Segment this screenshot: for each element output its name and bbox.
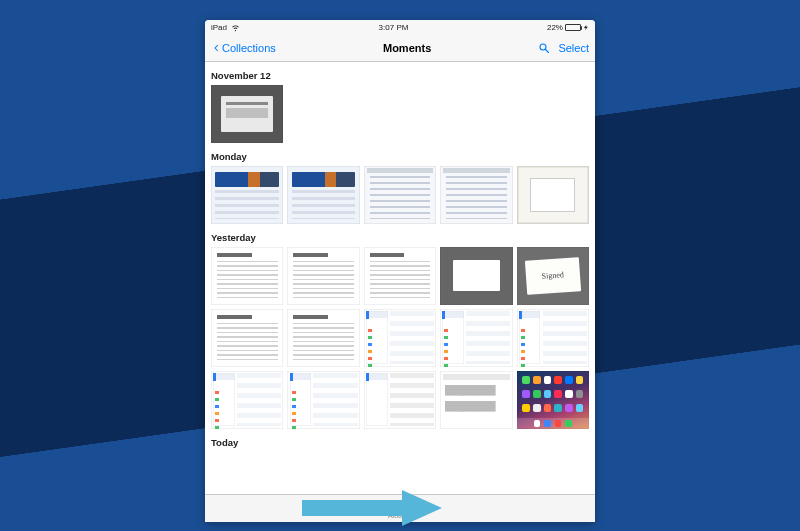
battery-indicator: 22% <box>547 23 589 32</box>
tab-bar: Photos Albums Shared <box>205 494 595 522</box>
tab-albums[interactable]: Albums <box>388 499 411 519</box>
photo-thumb[interactable] <box>287 371 359 429</box>
moments-scroll[interactable]: November 12 Monday Yesterday Signed <box>205 62 595 494</box>
photo-thumb[interactable] <box>211 85 283 143</box>
photo-thumb[interactable] <box>211 166 283 224</box>
photo-thumb[interactable] <box>517 166 589 224</box>
photo-thumb[interactable] <box>211 309 283 367</box>
section-header[interactable]: Monday <box>211 151 589 162</box>
photo-thumb[interactable] <box>517 309 589 367</box>
photo-thumb[interactable] <box>364 371 436 429</box>
photo-thumb[interactable] <box>440 309 512 367</box>
charging-icon <box>583 24 589 31</box>
select-button[interactable]: Select <box>558 42 589 54</box>
wifi-icon <box>231 23 240 32</box>
page-title: Moments <box>383 42 431 54</box>
photo-thumb[interactable] <box>287 166 359 224</box>
svg-line-1 <box>546 49 549 52</box>
nav-bar: Collections Moments Select <box>205 34 595 62</box>
photo-thumb[interactable] <box>440 247 512 305</box>
battery-percent: 22% <box>547 23 563 32</box>
svg-point-0 <box>540 44 546 50</box>
photo-thumb[interactable] <box>364 247 436 305</box>
photo-thumb[interactable] <box>517 371 589 429</box>
tab-label: Albums <box>388 512 411 519</box>
chevron-left-icon <box>211 42 221 54</box>
photo-thumb[interactable] <box>440 371 512 429</box>
status-bar: iPad 3:07 PM 22% <box>205 20 595 34</box>
photo-thumb[interactable] <box>287 309 359 367</box>
photo-thumb[interactable] <box>287 247 359 305</box>
ipad-frame: iPad 3:07 PM 22% <box>205 20 595 522</box>
moment-grid <box>211 166 589 224</box>
section-header[interactable]: Yesterday <box>211 232 589 243</box>
back-label: Collections <box>222 42 276 54</box>
search-button[interactable] <box>538 42 550 54</box>
photo-thumb[interactable] <box>211 247 283 305</box>
photo-thumb[interactable]: Signed <box>517 247 589 305</box>
svg-rect-3 <box>396 502 404 508</box>
section-header[interactable]: November 12 <box>211 70 589 81</box>
photo-thumb[interactable] <box>364 166 436 224</box>
moment-grid: Signed <box>211 247 589 429</box>
background: iPad 3:07 PM 22% <box>0 0 800 531</box>
back-button[interactable]: Collections <box>211 42 276 54</box>
section-header[interactable]: Today <box>211 437 589 448</box>
photo-thumb[interactable] <box>440 166 512 224</box>
clock: 3:07 PM <box>379 23 409 32</box>
photo-thumb[interactable] <box>211 371 283 429</box>
svg-rect-4 <box>397 501 403 503</box>
battery-icon <box>565 24 581 31</box>
moment-grid <box>211 85 589 143</box>
device-label: iPad <box>211 23 227 32</box>
photo-thumb[interactable] <box>364 309 436 367</box>
